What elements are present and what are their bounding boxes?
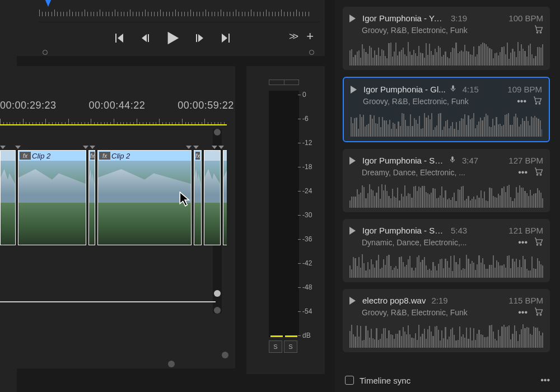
zoom-handle-top[interactable] bbox=[214, 129, 221, 136]
video-clip[interactable] bbox=[204, 150, 221, 245]
cart-icon[interactable] bbox=[533, 236, 543, 249]
cart-icon[interactable] bbox=[533, 166, 543, 179]
svg-point-4 bbox=[536, 174, 538, 175]
cart-icon[interactable] bbox=[533, 306, 543, 319]
video-clip[interactable]: fx Clip 2 bbox=[97, 150, 192, 245]
meter-tick-label: -30 bbox=[302, 211, 312, 219]
transport-panel: >> + bbox=[0, 0, 325, 56]
play-track-button[interactable] bbox=[349, 157, 356, 165]
transport-ruler[interactable] bbox=[39, 0, 319, 22]
svg-point-6 bbox=[536, 244, 538, 245]
fx-badge[interactable]: fx bbox=[20, 152, 31, 160]
solo-button-right[interactable]: S bbox=[284, 340, 297, 353]
play-track-button[interactable] bbox=[349, 227, 356, 235]
track-waveform[interactable] bbox=[349, 253, 543, 278]
timeline-ruler[interactable] bbox=[0, 118, 227, 125]
go-to-out-button[interactable] bbox=[220, 31, 233, 45]
fx-badge[interactable]: fx bbox=[90, 152, 95, 160]
track-waveform[interactable] bbox=[349, 323, 543, 348]
play-track-button[interactable] bbox=[351, 86, 357, 94]
timeline-sync-label: Timeline sync bbox=[360, 376, 410, 385]
timeline-sync-checkbox[interactable] bbox=[345, 376, 354, 385]
audio-track-divider bbox=[0, 301, 216, 302]
music-track-card[interactable]: Igor Pumphonia - Spa...3:47127 BPMDreamy… bbox=[343, 149, 550, 212]
track-tags: Groovy, R&B, Electronic, Funk bbox=[363, 97, 511, 106]
playhead-indicator[interactable] bbox=[45, 0, 52, 7]
fx-badge[interactable]: fx bbox=[195, 152, 200, 160]
track-bpm: 121 BPM bbox=[508, 226, 543, 235]
svg-point-2 bbox=[535, 103, 536, 104]
track-waveform[interactable] bbox=[349, 183, 543, 208]
timeline-panel: 00:00:29:23 00:00:44:22 00:00:59:22 fx C… bbox=[0, 66, 235, 368]
svg-point-3 bbox=[539, 103, 540, 104]
svg-point-1 bbox=[540, 32, 541, 33]
timecode-label: 00:00:44:22 bbox=[89, 100, 146, 115]
track-tags: Dynamic, Dance, Electronic,... bbox=[362, 238, 512, 247]
mic-icon bbox=[449, 85, 457, 94]
meter-clip-indicator[interactable] bbox=[269, 80, 299, 85]
scroll-handle[interactable] bbox=[168, 361, 175, 367]
meter-tick-label: dB bbox=[302, 332, 311, 339]
range-out-handle[interactable] bbox=[309, 50, 314, 55]
browser-menu-button[interactable]: ••• bbox=[540, 375, 550, 385]
video-clip[interactable] bbox=[223, 150, 227, 245]
track-waveform[interactable] bbox=[349, 41, 543, 66]
audio-meter bbox=[269, 91, 299, 337]
music-track-card[interactable]: Igor Pumphonia - Gl...4:15109 BPMGroovy,… bbox=[343, 77, 550, 142]
track-tags: Dreamy, Dance, Electronic, ... bbox=[362, 168, 512, 177]
track-bpm: 127 BPM bbox=[508, 156, 543, 165]
track-title: Igor Pumphonia - Gl... bbox=[363, 85, 446, 94]
track-title: Igor Pumphonia - Spa... bbox=[362, 226, 445, 235]
track-menu-button[interactable]: ••• bbox=[518, 307, 528, 318]
play-button[interactable] bbox=[163, 29, 182, 48]
play-track-button[interactable] bbox=[349, 15, 356, 22]
cart-icon[interactable] bbox=[532, 95, 542, 108]
transport-controls bbox=[112, 31, 233, 45]
video-track[interactable]: fx Clip 2 fx fx Clip 2 fx bbox=[0, 150, 227, 248]
solo-button-left[interactable]: S bbox=[269, 340, 282, 353]
track-waveform[interactable] bbox=[351, 112, 542, 137]
music-track-card[interactable]: Igor Pumphonia - Spa...5:43121 BPMDynami… bbox=[343, 219, 550, 282]
more-transport-icon[interactable]: >> bbox=[289, 31, 296, 43]
track-duration: 5:43 bbox=[451, 226, 467, 235]
add-marker-button[interactable]: + bbox=[306, 29, 314, 44]
mic-icon bbox=[449, 156, 456, 165]
track-menu-button[interactable]: ••• bbox=[518, 237, 528, 248]
track-duration: 3:19 bbox=[451, 13, 467, 23]
clip-title: Clip 2 bbox=[111, 152, 130, 160]
step-back-button[interactable] bbox=[139, 31, 152, 45]
video-clip[interactable]: fx bbox=[88, 150, 95, 245]
track-duration: 4:15 bbox=[463, 85, 479, 94]
track-menu-button[interactable]: ••• bbox=[517, 96, 526, 106]
meter-tick-label: -48 bbox=[302, 283, 312, 291]
meter-tick-label: -18 bbox=[302, 163, 312, 171]
range-in-handle[interactable] bbox=[43, 50, 48, 55]
scroll-handle[interactable] bbox=[222, 352, 228, 358]
track-menu-button[interactable]: ••• bbox=[518, 167, 528, 178]
step-forward-button[interactable] bbox=[193, 31, 206, 45]
clip-title: Clip 2 bbox=[32, 152, 50, 160]
svg-point-9 bbox=[540, 314, 541, 315]
video-clip[interactable]: fx bbox=[194, 150, 202, 245]
track-tags: Groovy, R&B, Electronic, Funk bbox=[362, 308, 512, 317]
music-track-card[interactable]: Igor Pumphonia - Your...3:19100 BPMGroov… bbox=[343, 7, 550, 70]
fx-badge[interactable]: fx bbox=[99, 152, 110, 160]
zoom-handle-active[interactable] bbox=[214, 290, 221, 297]
browser-footer: Timeline sync ••• bbox=[345, 375, 550, 385]
svg-point-0 bbox=[536, 32, 538, 33]
meter-tick-label: -12 bbox=[302, 139, 312, 147]
music-browser-panel: Igor Pumphonia - Your...3:19100 BPMGroov… bbox=[335, 0, 560, 392]
timecode-label: 00:00:59:22 bbox=[178, 100, 234, 115]
video-clip[interactable] bbox=[0, 150, 16, 245]
track-bpm: 115 BPM bbox=[508, 296, 543, 305]
video-clip[interactable]: fx Clip 2 bbox=[18, 150, 86, 245]
meter-tick-label: -6 bbox=[302, 115, 309, 123]
cart-icon[interactable] bbox=[533, 24, 543, 36]
play-track-button[interactable] bbox=[349, 297, 356, 305]
music-track-card[interactable]: electro pop8.wav2:19115 BPMGroovy, R&B, … bbox=[343, 289, 550, 352]
zoom-handle-bottom[interactable] bbox=[214, 307, 221, 314]
svg-point-5 bbox=[540, 174, 541, 175]
go-to-in-button[interactable] bbox=[112, 31, 125, 45]
track-title: Igor Pumphonia - Spa... bbox=[362, 156, 445, 165]
timecode-label: 00:00:29:23 bbox=[0, 100, 57, 115]
